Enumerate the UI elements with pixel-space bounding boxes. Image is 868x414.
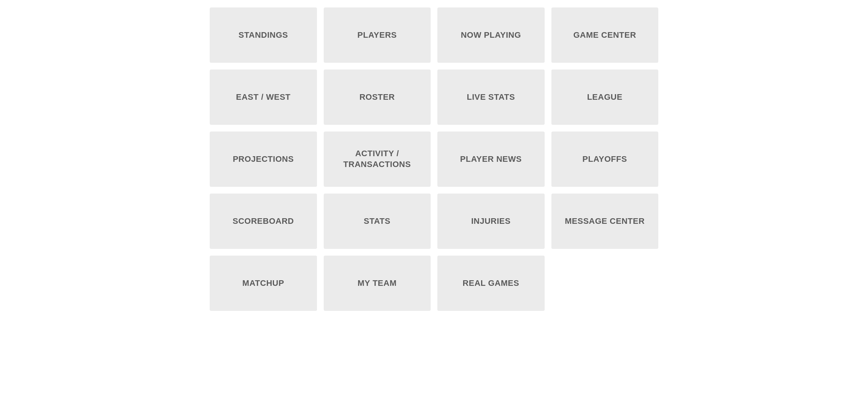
nav-playoffs[interactable]: PLAYOFFS <box>551 132 659 187</box>
nav-players[interactable]: PLAYERS <box>324 7 431 63</box>
nav-stats[interactable]: STATS <box>324 194 431 249</box>
nav-standings[interactable]: STANDINGS <box>210 7 317 63</box>
nav-east-west[interactable]: EAST / WEST <box>210 69 317 125</box>
nav-matchup[interactable]: MATCHUP <box>210 256 317 311</box>
nav-now-playing[interactable]: NOW PLAYING <box>437 7 545 63</box>
nav-my-team[interactable]: MY TEAM <box>324 256 431 311</box>
nav-activity-transactions[interactable]: ACTIVITY / TRANSACTIONS <box>324 132 431 187</box>
nav-empty <box>551 256 659 311</box>
nav-game-center[interactable]: GAME CENTER <box>551 7 659 63</box>
nav-player-news[interactable]: PLAYER NEWS <box>437 132 545 187</box>
nav-grid: STANDINGS PLAYERS NOW PLAYING GAME CENTE… <box>210 7 658 311</box>
nav-league[interactable]: LEAGUE <box>551 69 659 125</box>
nav-real-games[interactable]: REAL GAMES <box>437 256 545 311</box>
nav-message-center[interactable]: MESSAGE CENTER <box>551 194 659 249</box>
nav-live-stats[interactable]: LIVE STATS <box>437 69 545 125</box>
nav-scoreboard[interactable]: SCOREBOARD <box>210 194 317 249</box>
nav-projections[interactable]: PROJECTIONS <box>210 132 317 187</box>
nav-roster[interactable]: ROSTER <box>324 69 431 125</box>
nav-injuries[interactable]: INJURIES <box>437 194 545 249</box>
